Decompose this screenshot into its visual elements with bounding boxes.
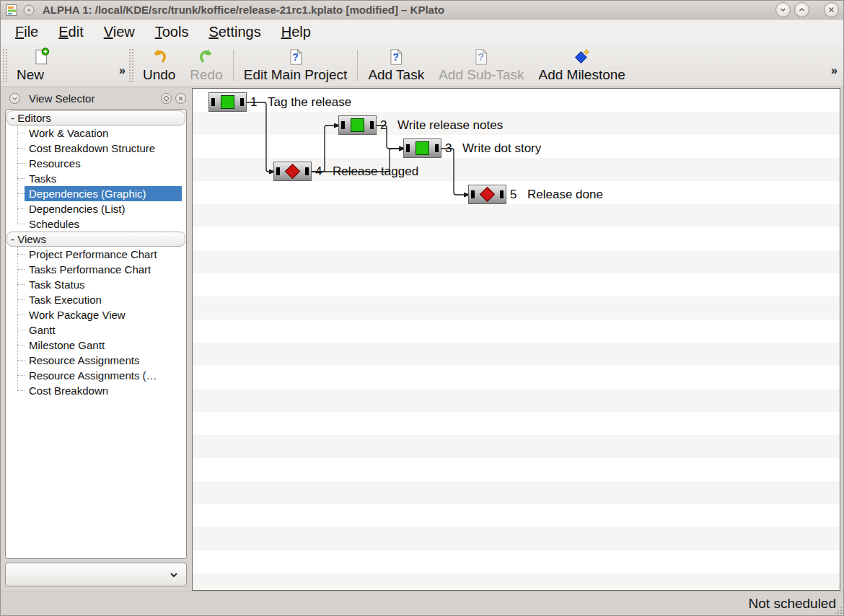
sidebar-item-work-vacation[interactable]: Work & Vacation — [6, 126, 186, 141]
dep-node-release-done[interactable] — [468, 185, 506, 204]
menu-label-rest: iew — [113, 24, 135, 40]
collapse-icon — [12, 95, 18, 102]
add-task-label: Add Task — [368, 66, 424, 84]
dock-header: View Selector — [1, 88, 191, 108]
sidebar-item-label: Schedules — [25, 216, 79, 232]
sidebar-item-dependencies-graphic[interactable]: Dependencies (Graphic) — [6, 186, 186, 201]
milestone-diamond-icon — [573, 47, 592, 66]
sidebar-item-cost-breakdown-structure[interactable]: Cost Breakdown Structure — [6, 141, 186, 156]
dep-node-release-tagged[interactable] — [273, 162, 312, 181]
add-milestone-label: Add Milestone — [538, 66, 625, 84]
dep-node-number: 2 — [380, 118, 387, 133]
tree-group-views[interactable]: - Views — [6, 232, 185, 247]
schedule-status: Not scheduled — [749, 596, 836, 612]
dock-float-button[interactable] — [161, 93, 172, 104]
toolbar-overflow-left[interactable]: » — [118, 54, 127, 77]
menu-mnemonic: F — [15, 24, 24, 40]
sidebar-item-milestone-gantt[interactable]: Milestone Gantt — [6, 338, 186, 353]
svg-text:?: ? — [292, 50, 299, 62]
dep-node-label: Tag the release — [268, 94, 351, 110]
add-task-button[interactable]: ? Add Task — [361, 45, 431, 85]
menu-mnemonic: T — [155, 24, 162, 40]
sidebar-item-task-execution[interactable]: Task Execution — [6, 292, 186, 307]
menu-settings[interactable]: Settings — [198, 22, 271, 42]
workarea: View Selector - EditorsWork & VacationCo… — [1, 88, 843, 592]
toolbar-handle[interactable] — [2, 48, 8, 82]
unknown-document-icon: ? — [472, 47, 491, 66]
new-button[interactable]: New — [9, 45, 118, 85]
redo-button: Redo — [183, 45, 229, 85]
sidebar-item-resources[interactable]: Resources — [6, 156, 186, 171]
sidebar-item-tasks-performance-chart[interactable]: Tasks Performance Chart — [6, 262, 186, 277]
task-symbol — [221, 95, 234, 109]
record-circle-icon — [22, 4, 35, 17]
milestone-symbol — [480, 187, 495, 202]
undo-button[interactable]: Undo — [136, 45, 183, 85]
sidebar-item-schedules[interactable]: Schedules — [6, 216, 186, 232]
sidebar-item-dependencies-list[interactable]: Dependencies (List) — [6, 201, 186, 216]
titlebar[interactable]: ALPHA 1: /local/KDE/src/trunk/koffice/re… — [1, 1, 843, 19]
sidebar-item-label: Resource Assignments (… — [25, 368, 157, 383]
close-icon — [826, 4, 837, 15]
add-milestone-button[interactable]: Add Milestone — [531, 45, 632, 85]
connector-tab-right — [370, 121, 374, 129]
sidebar-item-gantt[interactable]: Gantt — [6, 322, 186, 338]
tree-branch — [17, 314, 25, 315]
menu-tools[interactable]: Tools — [145, 22, 199, 42]
statusbar: Not scheduled — [1, 591, 843, 615]
sidebar-item-tasks[interactable]: Tasks — [6, 171, 186, 186]
float-icon — [163, 95, 170, 102]
close-icon — [177, 95, 184, 102]
toolbar-handle-2[interactable] — [128, 48, 134, 82]
minimize-button[interactable] — [775, 2, 791, 17]
main-toolbar: New » Undo Redo — [1, 44, 843, 87]
tree-branch — [17, 390, 25, 391]
sidebar-item-resource-assignments[interactable]: Resource Assignments (… — [6, 368, 186, 383]
connector-tab-left — [211, 98, 215, 106]
edit-main-project-button[interactable]: ? Edit Main Project — [237, 45, 355, 85]
tree-group-editors[interactable]: - Editors — [6, 110, 185, 126]
toolbar-overflow-right[interactable]: » — [830, 54, 840, 77]
dep-node-label: Release tagged — [333, 164, 418, 179]
menu-help[interactable]: Help — [271, 22, 321, 42]
sidebar-item-cost-breakdown[interactable]: Cost Breakdown — [6, 383, 186, 398]
menu-label-rest: elp — [291, 24, 311, 40]
sidebar-item-task-status[interactable]: Task Status — [6, 277, 186, 292]
maximize-button[interactable] — [794, 2, 809, 17]
kplato-app-icon — [5, 4, 18, 17]
menu-mnemonic: V — [104, 24, 113, 40]
dep-node-write-release-notes[interactable] — [338, 115, 377, 135]
menu-view[interactable]: View — [94, 22, 145, 42]
sidebar-item-label: Task Status — [25, 277, 85, 292]
toolbar-separator-2 — [357, 50, 358, 81]
dep-node-number: 3 — [445, 141, 452, 156]
dep-node-write-dot-story[interactable] — [403, 138, 441, 158]
schedule-selector-combobox[interactable] — [5, 563, 187, 586]
tree-branch — [17, 208, 25, 209]
sidebar-item-work-package-view[interactable]: Work Package View — [6, 307, 186, 322]
close-button[interactable] — [824, 2, 839, 17]
dock-collapse-button[interactable] — [9, 93, 20, 104]
menu-edit[interactable]: Edit — [48, 22, 93, 42]
dep-node-label: Write release notes — [397, 118, 503, 133]
tree-branch — [17, 193, 25, 194]
dependency-canvas[interactable]: 1Tag the release2Write release notes3Wri… — [192, 88, 840, 591]
tree-branch — [17, 133, 25, 133]
sidebar-item-label: Dependencies (List) — [25, 201, 125, 216]
task-symbol — [416, 141, 429, 155]
window-title: ALPHA 1: /local/KDE/src/trunk/koffice/re… — [43, 4, 444, 16]
dep-node-tag-the-release[interactable] — [208, 92, 247, 112]
sidebar-item-project-performance-chart[interactable]: Project Performance Chart — [6, 247, 186, 262]
menu-file[interactable]: File — [5, 22, 48, 42]
connector-tab-left — [341, 121, 345, 129]
tree-branch — [17, 163, 25, 164]
kplato-window: ALPHA 1: /local/KDE/src/trunk/koffice/re… — [0, 0, 844, 616]
sidebar-item-resource-assignments[interactable]: Resource Assignments — [6, 353, 186, 368]
tree-branch — [17, 269, 25, 270]
sidebar-item-label: Resources — [25, 156, 81, 171]
redo-icon — [197, 47, 216, 66]
sidebar-item-label: Work Package View — [25, 307, 126, 322]
connector-tab-left — [276, 167, 280, 175]
sidebar-item-label: Cost Breakdown — [25, 383, 108, 398]
dock-close-button[interactable] — [175, 93, 186, 104]
